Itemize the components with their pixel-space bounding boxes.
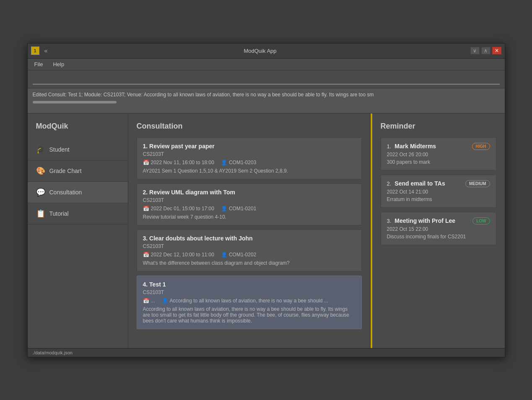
- main-content: ModQuik 🎓 Student 🎨 Grade Chart 💬 Consul…: [28, 114, 505, 348]
- reminder-panel: Reminder 1. Mark Midterms HIGH 2022 Oct …: [371, 114, 505, 348]
- menu-bar: File Help: [28, 59, 505, 70]
- status-text: ./data/modquik.json: [33, 350, 73, 355]
- log-bar: Edited Consult: Test 1; Module: CS2103T;…: [28, 88, 505, 114]
- reminder-name-3: Meeting with Prof Lee: [394, 217, 469, 224]
- consult-datetime-2: 📅 2022 Dec 01, 15:00 to 17:00: [143, 206, 214, 212]
- consult-datetime-1: 📅 2022 Nov 11, 16:00 to 18:00: [143, 160, 214, 165]
- grade-chart-icon: 🎨: [36, 166, 45, 175]
- consult-module-1: CS2103T: [143, 151, 356, 157]
- tutorial-icon: 📋: [36, 209, 45, 218]
- reminder-number-2: 2.: [387, 181, 392, 187]
- reminder-header-3: 3. Meeting with Prof Lee LOW: [387, 217, 490, 225]
- reminder-desc-2: Erratum in midterms: [387, 196, 490, 202]
- consult-meta-2: 📅 2022 Dec 01, 15:00 to 17:00 👤 COM1-020…: [143, 206, 356, 212]
- person-icon-2: 👤: [221, 206, 227, 212]
- log-text: Edited Consult: Test 1; Module: CS2103T;…: [33, 92, 500, 98]
- reminder-title: Reminder: [381, 122, 496, 131]
- app-window: 1 « ModQuik App ∨ ∧ ✕ File Help Edited C…: [27, 43, 505, 357]
- consult-title-3: 3. Clear doubts about lecture with John: [143, 235, 356, 242]
- reminder-number-1: 1.: [387, 143, 392, 150]
- reminder-desc-1: 300 papers to mark: [387, 159, 490, 165]
- consult-venue-3: 👤 COM1-0202: [221, 252, 256, 258]
- consult-module-3: CS2103T: [143, 243, 356, 249]
- sidebar-item-tutorial[interactable]: 📋 Tutorial: [28, 203, 128, 225]
- consult-item-4[interactable]: 4. Test 1 CS2103T 📅 ... 👤 According to a…: [137, 276, 362, 329]
- reminder-header-2: 2. Send email to TAs MEDIUM: [387, 180, 490, 187]
- sidebar-item-student-label: Student: [49, 146, 70, 153]
- window-title: ModQuik App: [50, 48, 470, 54]
- consult-item-1[interactable]: 1. Review past year paper CS2103T 📅 2022…: [137, 137, 362, 179]
- reminder-badge-1: HIGH: [472, 143, 490, 150]
- log-scrollbar[interactable]: [33, 101, 117, 103]
- consult-meta-4: 📅 ... 👤 According to all known laws of a…: [143, 298, 356, 304]
- reminder-name-1: Mark Midterms: [394, 143, 468, 150]
- reminder-badge-3: LOW: [472, 217, 490, 225]
- reminder-item-2[interactable]: 2. Send email to TAs MEDIUM 2022 Oct 14 …: [381, 175, 496, 208]
- sidebar-item-consultation[interactable]: 💬 Consultation: [28, 182, 128, 203]
- consult-desc-3: What's the difference between class diag…: [143, 260, 356, 266]
- calendar-icon-1: 📅: [143, 160, 149, 165]
- maximize-button[interactable]: ∧: [481, 47, 490, 54]
- menu-file[interactable]: File: [33, 60, 45, 68]
- person-icon-4: 👤: [162, 298, 168, 304]
- consultation-panel: Consultation 1. Review past year paper C…: [128, 114, 371, 348]
- close-button[interactable]: ✕: [492, 47, 501, 54]
- window-controls: ∨ ∧ ✕: [470, 47, 501, 54]
- reminder-name-2: Send email to TAs: [394, 180, 462, 187]
- consult-meta-1: 📅 2022 Nov 11, 16:00 to 18:00 👤 COM1-020…: [143, 160, 356, 165]
- reminder-date-3: 2022 Oct 15 22:00: [387, 226, 490, 232]
- reminder-badge-2: MEDIUM: [465, 180, 490, 187]
- consult-title-1: 1. Review past year paper: [143, 143, 356, 150]
- consult-desc-1: AY2021 Sem 1 Question 1,5,10 & AY2019 Se…: [143, 168, 356, 174]
- search-bar: [28, 70, 505, 88]
- consult-module-2: CS2103T: [143, 197, 356, 203]
- person-icon-3: 👤: [221, 252, 227, 258]
- sidebar-item-tutorial-label: Tutorial: [49, 210, 69, 217]
- reminder-number-3: 3.: [387, 218, 392, 224]
- calendar-icon-4: 📅: [143, 298, 149, 304]
- consult-item-2[interactable]: 2. Review UML diagram with Tom CS2103T 📅…: [137, 183, 362, 225]
- sidebar: ModQuik 🎓 Student 🎨 Grade Chart 💬 Consul…: [28, 114, 128, 348]
- search-input[interactable]: [33, 74, 500, 85]
- consult-title-4: 4. Test 1: [143, 281, 356, 288]
- reminder-item-1[interactable]: 1. Mark Midterms HIGH 2022 Oct 26 20:00 …: [381, 137, 496, 170]
- status-bar: ./data/modquik.json: [28, 348, 505, 357]
- sidebar-item-grade-chart[interactable]: 🎨 Grade Chart: [28, 160, 128, 182]
- reminder-date-2: 2022 Oct 14 21:00: [387, 189, 490, 195]
- sidebar-item-grade-chart-label: Grade Chart: [49, 168, 82, 174]
- title-bar: 1 « ModQuik App ∨ ∧ ✕: [28, 44, 505, 59]
- consult-venue-2: 👤 COM1-0201: [221, 206, 256, 212]
- consult-venue-4: 👤 According to all known laws of aviatio…: [162, 298, 328, 304]
- consult-item-3[interactable]: 3. Clear doubts about lecture with John …: [137, 230, 362, 271]
- reminder-header-1: 1. Mark Midterms HIGH: [387, 143, 490, 150]
- consult-datetime-3: 📅 2022 Dec 12, 10:00 to 11:00: [143, 252, 214, 258]
- collapse-button[interactable]: «: [42, 46, 50, 55]
- calendar-icon-2: 📅: [143, 206, 149, 212]
- sidebar-item-consultation-label: Consultation: [49, 189, 82, 196]
- consult-meta-3: 📅 2022 Dec 12, 10:00 to 11:00 👤 COM1-020…: [143, 252, 356, 258]
- app-icon: 1: [31, 46, 39, 55]
- reminder-desc-3: Discuss incoming finals for CS2201: [387, 234, 490, 240]
- minimize-button[interactable]: ∨: [470, 47, 480, 54]
- consult-venue-1: 👤 COM1-0203: [221, 160, 256, 165]
- sidebar-item-student[interactable]: 🎓 Student: [28, 139, 128, 160]
- calendar-icon-3: 📅: [143, 252, 149, 258]
- consult-desc-2: Review tutorial week 7 question 4-10.: [143, 214, 356, 220]
- consult-desc-4: According to all known laws of aviation,…: [143, 306, 356, 324]
- student-icon: 🎓: [36, 145, 45, 154]
- sidebar-title: ModQuik: [28, 122, 128, 139]
- consultation-icon: 💬: [36, 188, 45, 197]
- menu-help[interactable]: Help: [51, 60, 66, 68]
- consult-datetime-4: 📅 ...: [143, 298, 155, 304]
- consult-title-2: 2. Review UML diagram with Tom: [143, 189, 356, 196]
- consultation-title: Consultation: [137, 122, 362, 131]
- reminder-date-1: 2022 Oct 26 20:00: [387, 152, 490, 157]
- person-icon-1: 👤: [221, 160, 227, 165]
- reminder-item-3[interactable]: 3. Meeting with Prof Lee LOW 2022 Oct 15…: [381, 212, 496, 245]
- consult-module-4: CS2103T: [143, 289, 356, 295]
